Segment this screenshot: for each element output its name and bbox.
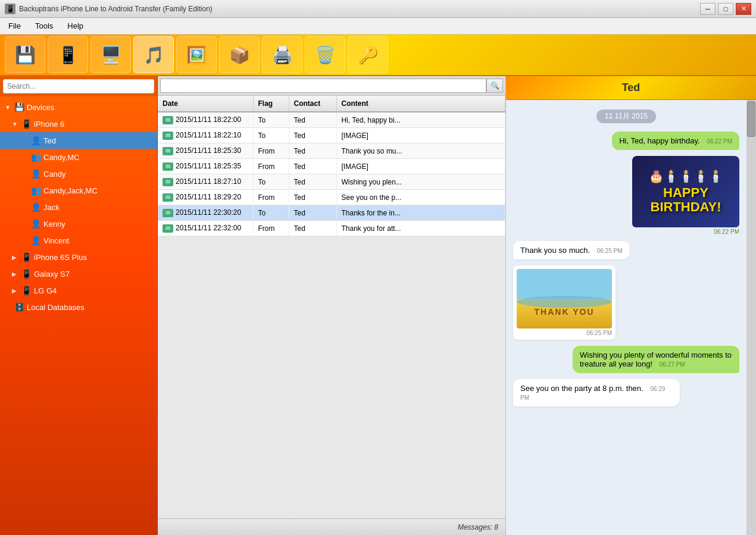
- sidebar-item-ted[interactable]: 👤 Ted: [0, 132, 157, 149]
- cell-flag: From: [253, 221, 289, 236]
- menu-help[interactable]: Help: [61, 20, 89, 32]
- cell-content: [IMAGE]: [336, 128, 505, 143]
- table-row[interactable]: ✉2015/11/11 22:30:20 To Ted Thanks for t…: [158, 205, 505, 221]
- menu-tools[interactable]: Tools: [29, 20, 59, 32]
- msg-recv-1-time: 06:25 PM: [597, 248, 623, 254]
- sidebar-item-kenny[interactable]: 👤 Kenny: [0, 215, 157, 232]
- maximize-button[interactable]: □: [718, 3, 733, 15]
- print-icon: 🖨️: [272, 45, 293, 65]
- key-icon: 🔑: [358, 45, 379, 65]
- main-area: ▼ 💾 Devices ▼ 📱 iPhone 6 👤 Ted 👥 Candy,M…: [0, 76, 756, 535]
- menu-file[interactable]: File: [2, 20, 27, 32]
- app-icon: 📱: [5, 4, 15, 14]
- transfer-icon: 📱: [58, 45, 79, 65]
- sidebar-item-localdbs[interactable]: 🗄️ Local Databases: [0, 299, 157, 315]
- toolbar-btn-backup[interactable]: 💾: [5, 36, 45, 73]
- chat-title: Ted: [622, 82, 641, 94]
- sidebar-item-jack[interactable]: 👤 Jack: [0, 199, 157, 215]
- candyjackmc-icon: 👥: [31, 186, 41, 195]
- middle-search-input[interactable]: [160, 79, 486, 93]
- cell-date: ✉2015/11/11 18:29:20: [158, 190, 253, 205]
- message-table: Date Flag Contact Content ✉2015/11/11 18…: [158, 96, 505, 518]
- cell-date: ✉2015/11/11 22:30:20: [158, 205, 253, 221]
- toolbar-btn-photos[interactable]: 🖼️: [176, 36, 217, 73]
- cell-contact: Ted: [289, 143, 336, 159]
- toolbar-btn-print[interactable]: 🖨️: [262, 36, 302, 73]
- cell-date: ✉2015/11/11 18:27:10: [158, 174, 253, 190]
- toolbar-btn-export[interactable]: 📦: [219, 36, 260, 73]
- iphone6-arrow: ▼: [12, 121, 19, 127]
- cell-contact: Ted: [289, 128, 336, 143]
- middle-panel: 🔍 Date Flag Contact Content ✉2015/11/11 …: [158, 76, 506, 535]
- sidebar-item-candymc[interactable]: 👥 Candy,MC: [0, 149, 157, 165]
- cell-contact: Ted: [289, 112, 336, 128]
- vincent-icon: 👤: [31, 236, 41, 245]
- localdbs-icon: 🗄️: [14, 302, 24, 312]
- iphone6-icon: 📱: [21, 119, 32, 129]
- col-flag: Flag: [253, 96, 289, 112]
- cell-content: Thank you so mu...: [336, 143, 505, 159]
- toolbar-btn-music[interactable]: 🎵: [133, 36, 174, 73]
- sidebar-item-devices-label: Devices: [27, 103, 54, 112]
- msg-recv-image-1-time: 06:25 PM: [517, 330, 612, 336]
- devices-icon: 💾: [14, 102, 24, 112]
- middle-search-button[interactable]: 🔍: [486, 79, 503, 93]
- sidebar-item-candyjackmc[interactable]: 👥 Candy,Jack,MC: [0, 182, 157, 199]
- cell-contact: Ted: [289, 174, 336, 190]
- table-row[interactable]: ✉2015/11/11 18:25:35 From Ted [IMAGE]: [158, 159, 505, 174]
- sidebar-item-localdbs-label: Local Databases: [27, 303, 85, 312]
- msg-recv-1: Thank you so much. 06:25 PM: [513, 241, 630, 259]
- sidebar-item-vincent-label: Vincent: [43, 236, 69, 245]
- chat-messages: 11 11月 2015 Hi, Ted, happy birthday. 06:…: [506, 100, 746, 535]
- sidebar-item-iphone6-label: iPhone 6: [34, 120, 64, 129]
- toolbar-btn-delete[interactable]: 🗑️: [305, 36, 345, 73]
- kenny-icon: 👤: [31, 219, 41, 229]
- cell-content: See you on the p...: [336, 190, 505, 205]
- toolbar-btn-key[interactable]: 🔑: [348, 36, 388, 73]
- sidebar-item-iphone6splus[interactable]: ▶ 📱 iPhone 6S Plus: [0, 249, 157, 265]
- sidebar-item-candyjackmc-label: Candy,Jack,MC: [43, 186, 98, 195]
- sidebar-tree: ▼ 💾 Devices ▼ 📱 iPhone 6 👤 Ted 👥 Candy,M…: [0, 96, 157, 535]
- sidebar-item-lgg4[interactable]: ▶ 📱 LG G4: [0, 282, 157, 299]
- msg-sent-2-time: 06:27 PM: [660, 361, 685, 368]
- iphone6splus-icon: 📱: [21, 252, 32, 262]
- photos-icon: 🖼️: [186, 45, 207, 65]
- sidebar-item-vincent[interactable]: 👤 Vincent: [0, 232, 157, 249]
- table-row[interactable]: ✉2015/11/11 18:22:00 To Ted Hi, Ted, hap…: [158, 112, 505, 128]
- sidebar-item-candy[interactable]: 👤 Candy: [0, 165, 157, 182]
- sidebar-item-iphone6[interactable]: ▼ 📱 iPhone 6: [0, 115, 157, 132]
- menubar: File Tools Help: [0, 18, 756, 35]
- toolbar-btn-transfer[interactable]: 📱: [48, 36, 88, 73]
- cell-content: [IMAGE]: [336, 159, 505, 174]
- table-row[interactable]: ✉2015/11/11 18:25:30 From Ted Thank you …: [158, 143, 505, 159]
- cell-content: Wishing you plen...: [336, 174, 505, 190]
- sidebar-item-lgg4-label: LG G4: [34, 286, 57, 295]
- chat-header: Ted: [506, 76, 756, 100]
- sidebar-item-galaxys7-label: Galaxy S7: [34, 270, 70, 279]
- cell-flag: From: [253, 143, 289, 159]
- table-row[interactable]: ✉2015/11/11 22:32:00 From Ted Thank you …: [158, 221, 505, 236]
- sidebar-item-devices[interactable]: ▼ 💾 Devices: [0, 99, 157, 115]
- beach-image: THANK YOU: [517, 269, 612, 328]
- close-button[interactable]: ✕: [736, 3, 751, 15]
- table-row[interactable]: ✉2015/11/11 18:29:20 From Ted See you on…: [158, 190, 505, 205]
- toolbar-btn-restore[interactable]: 🖥️: [90, 36, 131, 73]
- col-contact: Contact: [289, 96, 336, 112]
- cell-contact: Ted: [289, 221, 336, 236]
- sidebar-search-input[interactable]: [3, 79, 154, 93]
- col-date: Date: [158, 96, 253, 112]
- cell-content: Thank you for att...: [336, 221, 505, 236]
- toolbar: 💾 📱 🖥️ 🎵 🖼️ 📦 🖨️ 🗑️ 🔑: [0, 35, 756, 76]
- table-row[interactable]: ✉2015/11/11 18:27:10 To Ted Wishing you …: [158, 174, 505, 190]
- backup-icon: 💾: [15, 45, 36, 65]
- export-icon: 📦: [229, 45, 250, 65]
- msg-recv-1-text: Thank you so much.: [520, 246, 590, 255]
- delete-icon: 🗑️: [315, 45, 336, 65]
- sidebar-item-galaxys7[interactable]: ▶ 📱 Galaxy S7: [0, 265, 157, 282]
- msg-sent-1: Hi, Ted, happy birthday. 06:22 PM: [612, 132, 739, 150]
- status-bar: Messages: 8: [158, 518, 505, 535]
- msg-recv-2-text: See you on the party at 8 p.m. then.: [520, 384, 643, 393]
- table-row[interactable]: ✉2015/11/11 18:22:10 To Ted [IMAGE]: [158, 128, 505, 143]
- chat-scrollbar[interactable]: [746, 100, 756, 535]
- minimize-button[interactable]: ─: [700, 3, 716, 15]
